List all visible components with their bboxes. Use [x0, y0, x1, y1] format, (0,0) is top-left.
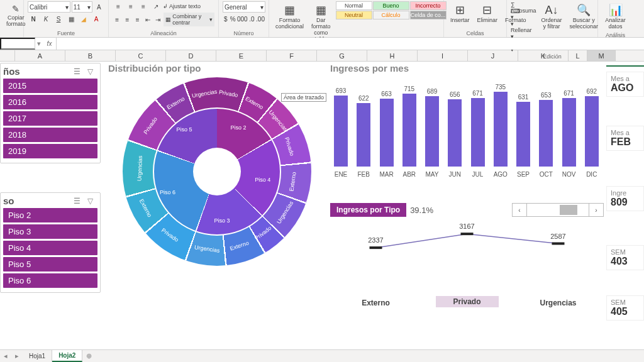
line-scrollbar[interactable]: ‹ › — [512, 203, 604, 217]
font-family-dropdown[interactable]: Calibri ▾ — [28, 1, 70, 13]
slicer-year-2019[interactable]: 2019 — [3, 144, 97, 158]
indent-inc-icon[interactable]: ⇥ — [153, 14, 162, 25]
bar-MAR[interactable] — [380, 99, 394, 167]
align-top-icon[interactable]: ≡ — [113, 1, 124, 11]
col-K[interactable]: K — [518, 50, 569, 61]
align-left-icon[interactable]: ≡ — [113, 14, 121, 25]
col-M[interactable]: M — [587, 50, 616, 61]
font-size-dropdown[interactable]: 11 ▾ — [72, 1, 92, 13]
autosum-button[interactable]: ∑ Autosuma ▾ — [511, 1, 536, 20]
formula-input[interactable] — [57, 38, 644, 50]
italic-button[interactable]: K — [40, 14, 52, 24]
scroll-track[interactable] — [526, 204, 589, 216]
fill-button[interactable]: ▾ Rellenar ▾ — [511, 21, 536, 40]
line-category-Urgencias[interactable]: Urgencias — [527, 299, 590, 307]
bar-ENE[interactable] — [334, 96, 348, 167]
column-headers[interactable]: A B C D E F G H I J K L M — [0, 50, 644, 62]
multiselect-icon[interactable]: ☰ — [74, 197, 84, 206]
slicer-year-2018[interactable]: 2018 — [3, 128, 97, 142]
col-G[interactable]: G — [317, 50, 367, 61]
increase-font-icon[interactable]: A — [94, 2, 104, 12]
bar-DIC[interactable] — [585, 96, 599, 167]
col-D[interactable]: D — [166, 50, 216, 61]
bar-NOV[interactable] — [562, 98, 576, 167]
align-bottom-icon[interactable]: ≡ — [138, 1, 149, 11]
col-A[interactable]: A — [15, 50, 65, 61]
bold-button[interactable]: N — [28, 14, 39, 24]
slicer-floors[interactable]: so ☰ ▽ Piso 2Piso 3Piso 4Piso 5Piso 6 — [0, 192, 101, 293]
sheet-tab-Hoja1[interactable]: Hoja1 — [23, 350, 52, 362]
chart-line[interactable]: Ingresos por Tipo 39.1% ‹ › 233731672587… — [330, 203, 604, 332]
col-J[interactable]: J — [468, 50, 518, 61]
style-incorrecto[interactable]: Incorrecto — [410, 1, 447, 10]
bar-JUL[interactable] — [471, 98, 485, 167]
col-F[interactable]: F — [267, 50, 317, 61]
add-sheet-button[interactable]: ⊕ — [82, 352, 95, 360]
percent-icon[interactable]: % — [230, 14, 235, 24]
slicer-floor-Piso-4[interactable]: Piso 4 — [3, 241, 97, 255]
align-right-icon[interactable]: ≡ — [133, 14, 142, 25]
tab-nav-prev[interactable]: ◂ — [0, 352, 11, 360]
select-all-corner[interactable] — [0, 50, 15, 61]
chart-sunburst[interactable]: Distribución por tipo Piso 2Piso 4Piso 3… — [108, 63, 325, 283]
worksheet-area[interactable]: ños ☰ ▽ 20152016201720182019 so ☰ ▽ Piso… — [0, 62, 644, 349]
slicer-floor-Piso-3[interactable]: Piso 3 — [3, 224, 97, 239]
style-celda[interactable]: Celda de co... — [410, 11, 447, 19]
orientation-icon[interactable]: ↗ — [150, 1, 162, 11]
merge-center-button[interactable]: ▦ Combinar y centrar ▾ — [164, 13, 214, 26]
fill-color-button[interactable]: ◢ — [78, 14, 89, 24]
align-center-icon[interactable]: ≡ — [123, 14, 131, 25]
number-format-dropdown[interactable]: General▾ — [223, 1, 265, 13]
indent-dec-icon[interactable]: ⇤ — [143, 14, 152, 25]
align-middle-icon[interactable]: ≡ — [125, 1, 136, 11]
analyze-data-button[interactable]: 📊Analizar datos — [602, 1, 629, 31]
sort-filter-button[interactable]: A↓Ordenar y filtrar — [539, 1, 565, 31]
insert-cells-button[interactable]: ⊞Insertar — [448, 1, 472, 25]
style-normal[interactable]: Normal — [336, 1, 372, 10]
delete-cells-button[interactable]: ⊟Eliminar — [475, 1, 501, 25]
clear-filter-icon[interactable]: ▽ — [87, 67, 97, 76]
slicer-year-2016[interactable]: 2016 — [3, 95, 97, 109]
tab-nav-next[interactable]: ▸ — [11, 352, 23, 360]
col-H[interactable]: H — [367, 50, 418, 61]
slicer-floor-Piso-5[interactable]: Piso 5 — [3, 257, 97, 272]
clear-filter-icon[interactable]: ▽ — [87, 197, 97, 206]
bar-FEB[interactable] — [357, 103, 370, 167]
chart-bars[interactable]: Ingresos por mes 69362266371568965667173… — [330, 63, 604, 189]
col-C[interactable]: C — [116, 50, 166, 61]
sheet-tab-Hoja2[interactable]: Hoja2 — [52, 350, 82, 362]
bar-SEP[interactable] — [516, 102, 530, 167]
style-bueno[interactable]: Bueno — [373, 1, 409, 10]
bar-ABR[interactable] — [402, 94, 416, 167]
name-box[interactable] — [0, 38, 35, 50]
bar-JUN[interactable] — [448, 99, 462, 167]
slicer-years[interactable]: ños ☰ ▽ 20152016201720182019 — [0, 63, 101, 163]
cell-styles-gallery[interactable]: Normal Bueno Incorrecto Neutral Cálculo … — [336, 1, 447, 19]
conditional-format-button[interactable]: ▦ Formato condicional — [273, 1, 306, 31]
wrap-text-button[interactable]: ↲ Ajustar texto — [163, 3, 201, 9]
col-L[interactable]: L — [569, 50, 587, 61]
line-category-Externo[interactable]: Externo — [345, 299, 408, 307]
multiselect-icon[interactable]: ☰ — [74, 67, 84, 76]
font-color-button[interactable]: A — [91, 14, 102, 24]
slicer-year-2017[interactable]: 2017 — [3, 111, 97, 126]
scroll-thumb[interactable] — [560, 205, 577, 215]
slicer-floor-Piso-2[interactable]: Piso 2 — [3, 208, 97, 222]
line-category-Privado[interactable]: Privado — [436, 296, 499, 307]
slicer-floor-Piso-6[interactable]: Piso 6 — [3, 273, 97, 288]
slicer-year-2015[interactable]: 2015 — [3, 79, 97, 93]
bar-OCT[interactable] — [539, 100, 553, 167]
underline-button[interactable]: S — [53, 14, 64, 24]
col-B[interactable]: B — [65, 50, 116, 61]
col-E[interactable]: E — [216, 50, 267, 61]
border-button[interactable]: ▦ — [65, 14, 77, 24]
currency-icon[interactable]: $ — [223, 14, 228, 24]
scroll-left-icon[interactable]: ‹ — [513, 204, 526, 216]
dec-decimal-icon[interactable]: .00 — [256, 14, 265, 24]
scroll-right-icon[interactable]: › — [589, 204, 603, 216]
comma-icon[interactable]: 000 — [237, 14, 248, 24]
style-calculo[interactable]: Cálculo — [373, 11, 409, 19]
col-I[interactable]: I — [418, 50, 468, 61]
inc-decimal-icon[interactable]: .0 — [249, 14, 255, 24]
bar-MAY[interactable] — [425, 96, 439, 167]
